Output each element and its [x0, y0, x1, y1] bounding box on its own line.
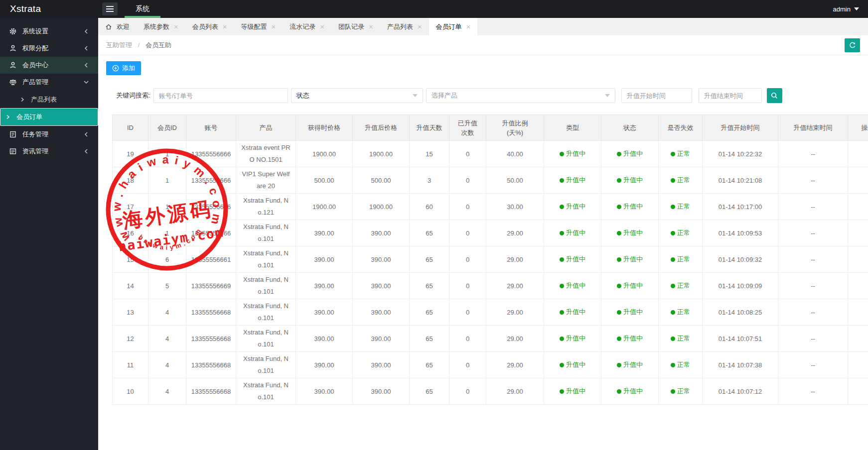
cell-status: 升值中: [601, 273, 659, 299]
column-header-product: 产品: [236, 115, 296, 141]
sidebar-subitem-member-orders[interactable]: 会员订单: [0, 108, 98, 126]
status-dot-icon: [560, 257, 564, 262]
sidebar-item-task-management[interactable]: 任务管理: [0, 126, 98, 143]
cell-product: Xstrata Fund, No.101: [236, 352, 296, 378]
cell-times: 0: [449, 378, 486, 405]
close-icon[interactable]: ×: [320, 23, 324, 30]
cell-time_start: 01-14 10:07:51: [703, 326, 778, 352]
search-button[interactable]: [767, 88, 782, 103]
sidebar-item-news-management[interactable]: 资讯管理: [0, 143, 98, 160]
close-icon[interactable]: ×: [466, 23, 471, 30]
cell-valid: 正常: [659, 326, 703, 352]
tab-product-list[interactable]: 产品列表×: [380, 18, 429, 35]
close-icon[interactable]: ×: [418, 23, 422, 30]
chevron-down-icon: [854, 7, 859, 10]
table-row: 16113355556666Xstrata Fund, No.101390.00…: [113, 220, 868, 246]
cell-account: 13355556668: [186, 378, 236, 405]
nav-item-system[interactable]: 系统: [125, 0, 160, 18]
close-icon[interactable]: ×: [369, 23, 373, 30]
cell-price_after: 500.00: [353, 167, 410, 194]
add-button[interactable]: 添加: [106, 61, 141, 75]
sidebar-item-product-management[interactable]: 产品管理: [0, 74, 98, 91]
sidebar-subitem-product-list[interactable]: 产品列表: [0, 91, 98, 108]
filter-row: 关键词搜索: 状态 选择产品: [116, 88, 868, 103]
status-dot-icon: [617, 337, 621, 341]
tab-flow-records[interactable]: 流水记录×: [283, 18, 331, 35]
cell-op: [848, 273, 868, 299]
breadcrumb-parent: 互助管理: [106, 41, 132, 49]
breadcrumb-row: 互助管理 / 会员互助: [98, 35, 868, 55]
cell-id: 13: [113, 299, 148, 326]
cell-valid: 正常: [659, 352, 703, 378]
status-dot-icon: [671, 178, 675, 183]
hamburger-menu-icon[interactable]: [102, 2, 118, 15]
tab-label: 系统参数: [144, 22, 169, 31]
refresh-button[interactable]: [845, 38, 860, 52]
sidebar-item-permissions[interactable]: 权限分配: [0, 40, 98, 57]
status-select[interactable]: 状态: [291, 88, 423, 103]
sidebar-item-system-settings[interactable]: 系统设置: [0, 23, 98, 40]
add-button-label: 添加: [122, 64, 135, 73]
tab-system-params[interactable]: 系统参数×: [137, 18, 185, 35]
cell-op: [848, 352, 868, 378]
cell-status: 升值中: [601, 326, 659, 352]
sidebar-item-label: 权限分配: [22, 44, 48, 53]
breadcrumb-current: 会员互助: [145, 41, 171, 49]
chevron-down-icon: [83, 79, 89, 85]
cell-rate: 29.00: [486, 378, 544, 405]
product-select[interactable]: 选择产品: [426, 88, 615, 103]
column-header-valid: 是否失效: [659, 115, 703, 141]
cell-member_id: 4: [148, 326, 186, 352]
keyword-input[interactable]: [153, 88, 288, 103]
cell-type: 升值中: [544, 326, 601, 352]
tab-team-records[interactable]: 团队记录×: [331, 18, 380, 35]
cell-member_id: 4: [148, 378, 186, 405]
cell-account: 13355556666: [186, 220, 236, 246]
start-time-input[interactable]: [621, 88, 692, 103]
app-logo: Xstrata: [0, 3, 98, 14]
cell-member_id: 4: [148, 299, 186, 326]
cell-op: [848, 141, 868, 167]
cell-rate: 30.00: [486, 194, 544, 220]
status-dot-icon: [560, 231, 564, 235]
cell-rate: 29.00: [486, 220, 544, 246]
tab-member-list[interactable]: 会员列表×: [185, 18, 234, 35]
end-time-input[interactable]: [699, 88, 762, 103]
sidebar: 系统设置 权限分配 会员中心 产品管理 产品列表 会员订单 任务管理: [0, 18, 98, 450]
cell-days: 65: [410, 378, 449, 405]
user-menu[interactable]: admin: [833, 5, 859, 13]
cell-valid: 正常: [659, 378, 703, 405]
orders-table-wrapper: ID会员ID账号产品获得时价格升值后价格升值天数已升值次数升值比例(天%)类型状…: [112, 114, 868, 405]
sidebar-item-label: 产品列表: [31, 95, 57, 104]
close-icon[interactable]: ×: [174, 23, 178, 30]
cell-member_id: 1: [148, 141, 186, 167]
sidebar-item-member-center[interactable]: 会员中心: [0, 57, 98, 74]
tab-welcome[interactable]: 欢迎: [98, 18, 137, 35]
cell-time_start: 01-14 10:09:53: [703, 220, 778, 246]
home-icon: [105, 23, 112, 30]
refresh-icon: [849, 41, 857, 49]
arrow-right-icon: [20, 97, 25, 102]
main-area: 欢迎 系统参数× 会员列表× 等级配置× 流水记录× 团队记录× 产品列表× 会…: [98, 18, 868, 450]
tab-level-config[interactable]: 等级配置×: [234, 18, 283, 35]
cell-price_obtain: 1900.00: [296, 194, 353, 220]
tab-member-orders[interactable]: 会员订单×: [429, 18, 478, 35]
cell-valid: 正常: [659, 141, 703, 167]
cell-time_end: --: [778, 378, 848, 405]
table-row: 13413355556668Xstrata Fund, No.101390.00…: [113, 299, 868, 326]
nav-item-label: 系统: [136, 4, 149, 13]
cell-times: 0: [449, 299, 486, 326]
cell-id: 14: [113, 273, 148, 299]
close-icon[interactable]: ×: [223, 23, 227, 30]
search-icon: [770, 92, 778, 100]
column-header-times: 已升值次数: [449, 115, 486, 141]
column-header-type: 类型: [544, 115, 601, 141]
cell-rate: 29.00: [486, 299, 544, 326]
cell-time_start: 01-14 10:21:08: [703, 167, 778, 194]
cell-member_id: 4: [148, 352, 186, 378]
close-icon[interactable]: ×: [272, 23, 276, 30]
cell-times: 0: [449, 273, 486, 299]
cell-member_id: 5: [148, 273, 186, 299]
table-row: 19113355556666Xstrata event PRO NO.15011…: [113, 141, 868, 167]
cell-time_end: --: [778, 167, 848, 194]
